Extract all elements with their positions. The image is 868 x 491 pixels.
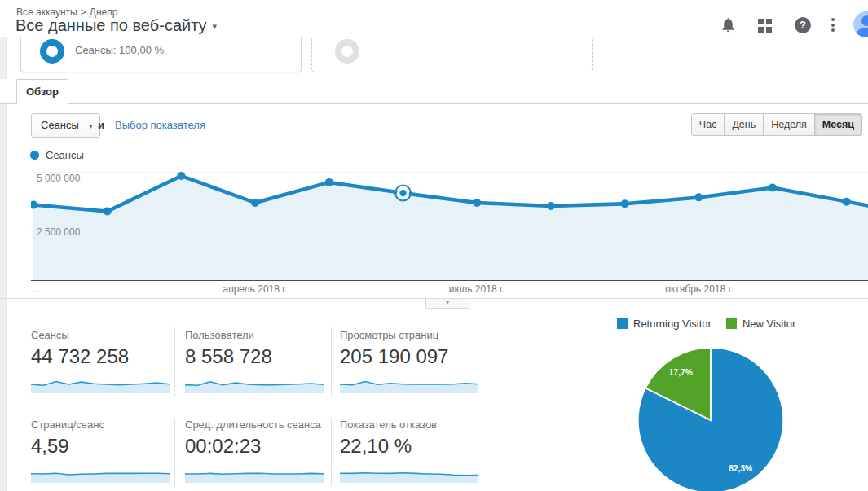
user-avatar[interactable]	[853, 11, 868, 37]
granularity-hour-button[interactable]: Час	[691, 113, 725, 136]
metric-sparkline	[340, 374, 478, 393]
segment-card-all-users[interactable]: Сеансы: 100,00 %	[20, 37, 302, 72]
metric-card-bounce-rate[interactable]: Показатель отказов 22,10 %	[340, 419, 478, 486]
metric-dropdown[interactable]: Сеансы▾	[31, 113, 100, 138]
legend-label: Returning Visitor	[633, 318, 712, 330]
metric-sparkline	[31, 374, 170, 393]
visitor-type-pie-chart[interactable]: 82,3%17,7%	[635, 344, 786, 491]
metric-label: Страниц/сеанс	[31, 419, 170, 431]
nav-edge-divider	[7, 4, 7, 35]
metric-dropdown-value: Сеансы	[41, 119, 79, 131]
x-axis-labels: ... апрель 2018 г. июль 2018 г. октябрь …	[31, 283, 868, 295]
chart-legend: Сеансы	[30, 149, 84, 161]
metric-value: 44 732 258	[31, 345, 170, 368]
avatar-body	[857, 28, 868, 37]
granularity-button-group: Час День Неделя Месяц	[692, 113, 862, 136]
metric-sparkline	[340, 463, 478, 483]
tab-overview[interactable]: Обзор	[16, 79, 68, 104]
metric-card-pages-per-session[interactable]: Страниц/сеанс 4,59	[31, 419, 170, 486]
select-metric-link[interactable]: Выбор показателя	[115, 119, 205, 131]
legend-label: New Visitor	[742, 318, 796, 330]
metric-label: Пользователи	[185, 329, 324, 341]
chevron-down-icon: ▾	[213, 21, 218, 31]
segments-strip: Сеансы: 100,00 %	[7, 37, 868, 80]
granularity-month-button[interactable]: Месяц	[814, 113, 862, 136]
ytick-2-5m: 2 500 000	[37, 226, 80, 238]
metric-value: 00:02:23	[185, 435, 324, 458]
help-icon[interactable]: ?	[795, 17, 811, 33]
card-divider	[331, 327, 332, 396]
segment-donut-icon	[40, 39, 64, 64]
metric-value: 8 558 728	[185, 345, 324, 368]
metric-label: Просмотры страниц	[340, 329, 478, 341]
segment-donut-placeholder-icon	[335, 39, 359, 64]
more-vert-icon[interactable]	[829, 17, 837, 33]
metric-card-users[interactable]: Пользователи 8 558 728	[185, 329, 324, 397]
app-header: Все аккаунты>Днепр Все данные по веб-сай…	[0, 0, 868, 37]
collapse-chart-button[interactable]: ▾	[425, 299, 469, 309]
ytick-5m: 5 000 000	[37, 173, 80, 184]
metric-card-sessions[interactable]: Сеансы 44 732 258	[31, 329, 170, 397]
card-divider	[331, 418, 332, 486]
metric-card-avg-session-duration[interactable]: Сред. длительность сеанса 00:02:23	[185, 419, 324, 486]
metric-label: Сред. длительность сеанса	[185, 419, 324, 431]
apps-grid-icon[interactable]	[758, 19, 772, 33]
collapsed-nav-rail	[0, 37, 7, 491]
svg-text:17,7%: 17,7%	[669, 368, 693, 377]
card-divider	[174, 418, 175, 486]
legend-swatch-returning	[617, 318, 628, 329]
card-divider	[487, 327, 487, 396]
and-label: и	[98, 119, 104, 131]
chevron-down-icon: ▾	[89, 122, 93, 130]
series-dot-icon	[30, 151, 39, 160]
metric-card-pageviews[interactable]: Просмотры страниц 205 190 097	[340, 329, 478, 397]
pie-legend: Returning Visitor New Visitor	[617, 318, 795, 330]
property-selector[interactable]: Все данные по веб-сайту▾	[15, 16, 217, 35]
legend-swatch-new	[726, 318, 737, 329]
metric-sparkline	[185, 463, 324, 483]
segment-sessions-share: Сеансы: 100,00 %	[75, 44, 164, 56]
xtick-start: ...	[31, 283, 39, 295]
legend-item-returning-visitor: Returning Visitor	[617, 318, 712, 330]
granularity-week-button[interactable]: Неделя	[763, 113, 815, 136]
xtick-april: апрель 2018 г.	[190, 283, 320, 295]
metric-value: 205 190 097	[340, 345, 478, 368]
series-legend-label: Сеансы	[46, 149, 84, 161]
card-divider	[174, 327, 175, 396]
metric-sparkline	[185, 374, 324, 393]
page-title: Все данные по веб-сайту	[15, 16, 207, 34]
avatar-head	[861, 15, 868, 26]
metric-value: 4,59	[31, 435, 170, 458]
add-segment-card[interactable]	[311, 37, 593, 72]
legend-item-new-visitor: New Visitor	[726, 318, 796, 330]
granularity-day-button[interactable]: День	[724, 113, 764, 136]
sessions-line-chart-canvas[interactable]	[31, 167, 868, 280]
report-tab-bar: Обзор	[0, 79, 868, 104]
sessions-line-chart[interactable]: 5 000 000 2 500 000	[31, 167, 868, 281]
metric-label: Показатель отказов	[340, 419, 478, 431]
page: Все аккаунты>Днепр Все данные по веб-сай…	[0, 0, 868, 491]
metric-label: Сеансы	[31, 329, 170, 341]
metric-value: 22,10 %	[340, 435, 478, 458]
xtick-july: июль 2018 г.	[412, 283, 542, 295]
metric-sparkline	[31, 463, 170, 483]
card-divider	[487, 418, 487, 486]
notifications-bell-icon[interactable]	[720, 16, 737, 37]
svg-text:82,3%: 82,3%	[729, 464, 752, 473]
xtick-october: октябрь 2018 г.	[634, 283, 764, 295]
